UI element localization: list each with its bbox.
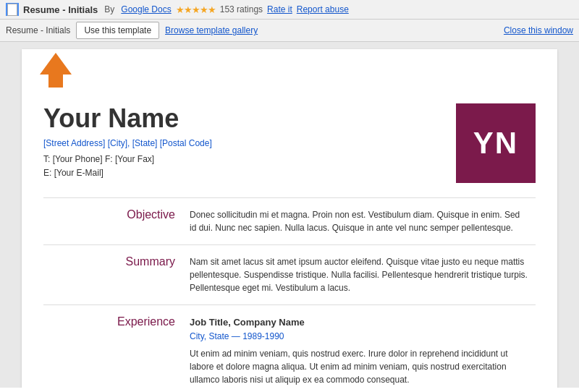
- preview-doc: Your Name [Street Address] [City], [Stat…: [22, 49, 557, 388]
- browse-gallery-link[interactable]: Browse template gallery: [165, 25, 258, 35]
- objective-label-cell: Objective: [43, 198, 182, 245]
- top-bar: Resume - Initials By Google Docs ★★★★★ 1…: [0, 0, 579, 20]
- job-description: Ut enim ad minim veniam, quis nostrud ex…: [190, 347, 528, 386]
- rate-link[interactable]: Rate it: [267, 4, 292, 14]
- second-bar-left: Resume - Initials Use this template Brow…: [6, 22, 258, 39]
- experience-label: Experience: [117, 315, 175, 328]
- doc-icon: [6, 3, 19, 16]
- email-line: E: [Your E-Mail]: [43, 166, 212, 180]
- resume-name: Your Name: [43, 103, 212, 134]
- second-bar: Resume - Initials Use this template Brow…: [0, 20, 579, 42]
- doc-icon-inner: [7, 4, 17, 16]
- table-row: Experience Job Title, Company Name City,…: [43, 305, 536, 388]
- objective-label: Objective: [127, 208, 175, 221]
- preview-area: Your Name [Street Address] [City], [Stat…: [0, 42, 579, 388]
- experience-content: Job Title, Company Name City, State — 19…: [182, 305, 536, 388]
- by-label: By: [104, 4, 114, 14]
- resume-initials-text: YN: [473, 126, 518, 161]
- objective-content: Donec sollicitudin mi et magna. Proin no…: [182, 198, 536, 245]
- phone-fax-line: T: [Your Phone] F: [Your Fax]: [43, 153, 212, 166]
- resume-initials-box: YN: [456, 103, 536, 183]
- resume-name-block: Your Name [Street Address] [City], [Stat…: [43, 103, 212, 180]
- experience-label-cell: Experience: [43, 305, 182, 388]
- resume-address: [Street Address] [City], [State] [Postal…: [43, 138, 212, 148]
- ratings-count: 153 ratings: [220, 4, 263, 14]
- job-location: City, State — 1989-1990: [190, 330, 528, 343]
- summary-content: Nam sit amet lacus sit amet ipsum auctor…: [182, 245, 536, 305]
- resume-contact: T: [Your Phone] F: [Your Fax] E: [Your E…: [43, 153, 212, 180]
- abuse-link[interactable]: Report abuse: [297, 4, 349, 14]
- arrow-container: [40, 53, 72, 88]
- resume-header: Your Name [Street Address] [City], [Stat…: [43, 103, 536, 183]
- summary-label: Summary: [126, 255, 175, 268]
- document-title: Resume - Initials: [23, 4, 98, 15]
- arrow-stem: [48, 74, 63, 88]
- summary-label-cell: Summary: [43, 245, 182, 305]
- sections-table: Objective Donec sollicitudin mi et magna…: [43, 197, 536, 388]
- job-title: Job Title, Company Name: [190, 315, 528, 330]
- table-row: Objective Donec sollicitudin mi et magna…: [43, 198, 536, 245]
- subtitle-text: Resume - Initials: [6, 25, 70, 35]
- table-row: Summary Nam sit amet lacus sit amet ipsu…: [43, 245, 536, 305]
- star-rating: ★★★★★: [176, 4, 216, 15]
- close-window-link[interactable]: Close this window: [504, 25, 573, 35]
- use-template-button[interactable]: Use this template: [76, 22, 159, 39]
- author-link[interactable]: Google Docs: [121, 4, 171, 14]
- arrow-up-icon: [40, 53, 72, 74]
